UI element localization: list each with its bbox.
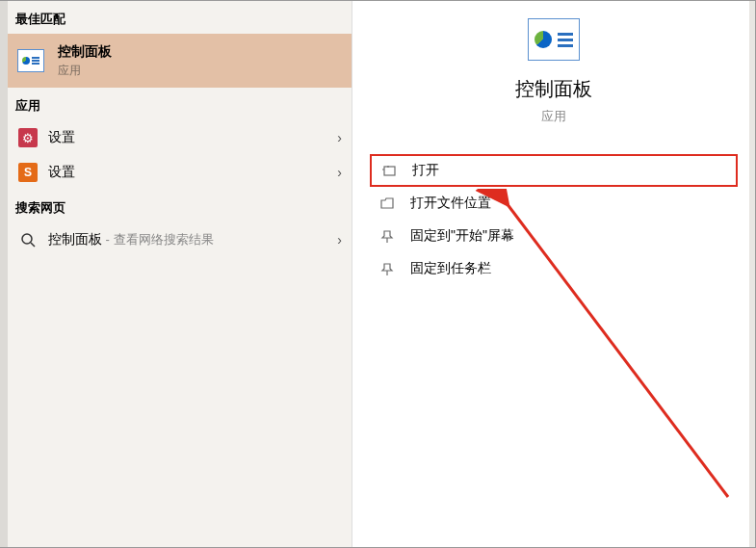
pin-icon [378, 229, 397, 244]
actions-list: 打开 打开文件位置 固定到"开始"屏幕 固定到任务栏 [352, 154, 755, 285]
search-icon [17, 229, 39, 250]
apps-header: 应用 [8, 88, 352, 120]
folder-icon [378, 196, 397, 211]
action-open[interactable]: 打开 [370, 154, 738, 187]
search-results-window: 最佳匹配 控制面板 应用 应用 ⚙ [0, 0, 756, 548]
app-label: 设置 [48, 164, 337, 181]
details-title: 控制面板 [515, 76, 592, 102]
svg-rect-2 [384, 167, 395, 175]
details-subtitle: 应用 [541, 108, 566, 125]
action-label: 打开文件位置 [410, 195, 491, 212]
pin-icon [378, 262, 397, 276]
details-pane: 控制面板 应用 打开 打开文件位置 固定到"开始"屏幕 [352, 1, 755, 547]
scrollbar[interactable] [749, 1, 755, 547]
gear-icon: ⚙ [17, 127, 39, 148]
control-panel-icon [17, 49, 44, 72]
action-label: 固定到"开始"屏幕 [410, 227, 514, 245]
web-header: 搜索网页 [8, 190, 352, 222]
chevron-right-icon: › [337, 232, 342, 248]
action-pin-start[interactable]: 固定到"开始"屏幕 [370, 220, 738, 252]
chevron-right-icon: › [337, 130, 342, 145]
svg-point-0 [22, 234, 32, 244]
best-match-item[interactable]: 控制面板 应用 [8, 34, 352, 88]
svg-line-1 [31, 243, 35, 247]
web-search-item[interactable]: 控制面板 - 查看网络搜索结果 › [8, 222, 352, 257]
left-gutter [0, 1, 8, 547]
chevron-right-icon: › [337, 165, 342, 180]
app-label: 设置 [48, 129, 337, 146]
open-icon [379, 164, 399, 178]
web-search-label: 控制面板 - 查看网络搜索结果 [48, 231, 337, 248]
best-match-subtitle: 应用 [58, 63, 112, 79]
app-item-settings-2[interactable]: S 设置 › [8, 155, 352, 190]
action-label: 打开 [412, 162, 439, 179]
action-pin-taskbar[interactable]: 固定到任务栏 [370, 252, 738, 285]
best-match-title: 控制面板 [58, 43, 112, 61]
app-item-settings-1[interactable]: ⚙ 设置 › [8, 120, 352, 155]
results-sidebar: 最佳匹配 控制面板 应用 应用 ⚙ [8, 1, 352, 547]
best-match-header: 最佳匹配 [8, 1, 352, 34]
control-panel-icon-large [528, 18, 580, 61]
action-open-file-location[interactable]: 打开文件位置 [370, 187, 738, 220]
sogou-icon: S [17, 162, 39, 183]
action-label: 固定到任务栏 [410, 260, 491, 277]
